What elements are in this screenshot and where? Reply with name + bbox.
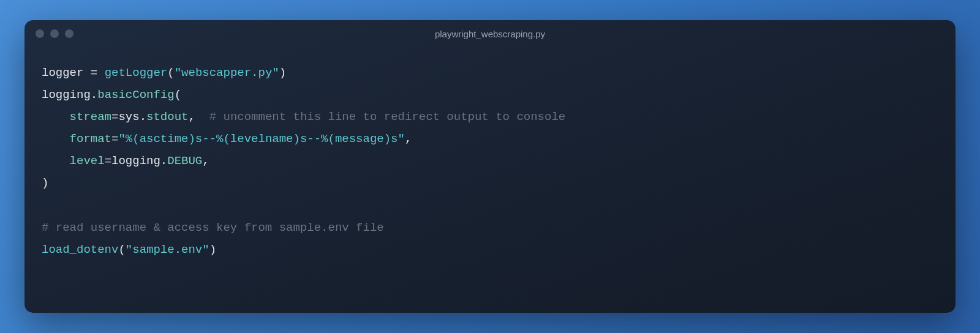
code-token: DEBUG <box>167 154 202 168</box>
code-token: . <box>140 110 146 124</box>
close-icon[interactable] <box>36 29 44 38</box>
code-token: , <box>405 132 412 146</box>
window-title: playwright_webscraping.py <box>435 29 545 39</box>
code-token: load_dotenv <box>42 243 118 256</box>
code-token: stream <box>70 110 111 124</box>
code-line: logging.basicConfig( <box>42 84 938 106</box>
code-token: . <box>91 88 97 102</box>
code-token <box>42 154 70 168</box>
code-line <box>42 195 938 217</box>
code-token: ( <box>175 88 181 102</box>
code-token <box>42 110 70 124</box>
code-line: ) <box>42 172 938 194</box>
code-token: = <box>91 66 97 80</box>
code-token: logging <box>111 154 160 168</box>
code-token: # uncomment this line to redirect output… <box>195 110 565 124</box>
code-token: getLogger <box>105 66 168 80</box>
code-token: logger <box>42 66 91 80</box>
code-token: # read username & access key from sample… <box>42 221 384 234</box>
code-window: playwright_webscraping.py logger = getLo… <box>24 20 956 313</box>
code-token <box>42 132 70 146</box>
code-line: logger = getLogger("webscapper.py") <box>42 62 938 84</box>
code-token: , <box>202 154 209 168</box>
code-token: "webscapper.py" <box>175 66 279 80</box>
code-token: = <box>105 154 111 168</box>
code-token: sys <box>118 110 139 124</box>
code-token: format <box>70 132 111 146</box>
code-line: # read username & access key from sample… <box>42 217 938 239</box>
code-line: level=logging.DEBUG, <box>42 150 938 172</box>
code-token: logging <box>42 88 91 102</box>
code-token: , <box>188 110 195 124</box>
code-line: stream=sys.stdout, # uncomment this line… <box>42 106 938 128</box>
code-line: load_dotenv("sample.env") <box>42 239 938 261</box>
code-token: ) <box>209 243 216 256</box>
maximize-icon[interactable] <box>65 29 74 38</box>
code-token <box>97 66 104 80</box>
code-token: ( <box>167 66 174 80</box>
code-token: = <box>111 110 118 124</box>
code-token: . <box>160 154 167 168</box>
code-area[interactable]: logger = getLogger("webscapper.py")loggi… <box>24 47 956 313</box>
traffic-lights <box>36 29 74 38</box>
code-line: format="%(asctime)s--%(levelname)s--%(me… <box>42 128 938 150</box>
code-token: level <box>70 154 105 168</box>
code-token: = <box>111 132 118 146</box>
code-token: ) <box>42 176 48 190</box>
code-token: "%(asctime)s--%(levelname)s--%(message)s… <box>118 132 404 146</box>
titlebar: playwright_webscraping.py <box>24 20 956 47</box>
code-token: stdout <box>146 110 188 124</box>
code-token: ) <box>279 66 286 80</box>
minimize-icon[interactable] <box>50 29 59 38</box>
code-token: "sample.env" <box>126 243 209 256</box>
code-token: ( <box>118 243 125 256</box>
code-token: basicConfig <box>97 88 174 102</box>
